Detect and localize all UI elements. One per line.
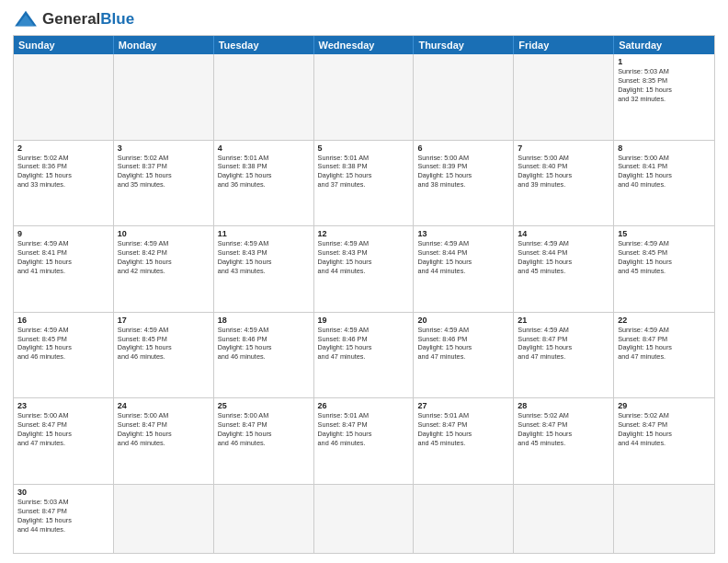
day-number: 11 bbox=[218, 229, 310, 238]
cal-cell-day-29: 29Sunrise: 5:02 AM Sunset: 8:47 PM Dayli… bbox=[614, 398, 714, 484]
day-number: 25 bbox=[218, 401, 310, 410]
day-info: Sunrise: 4:59 AM Sunset: 8:42 PM Dayligh… bbox=[118, 239, 210, 275]
cal-header-sunday: Sunday bbox=[14, 36, 114, 54]
day-number: 21 bbox=[518, 316, 609, 325]
cal-cell-day-6: 6Sunrise: 5:00 AM Sunset: 8:39 PM Daylig… bbox=[414, 141, 514, 226]
cal-cell-day-2: 2Sunrise: 5:02 AM Sunset: 8:36 PM Daylig… bbox=[14, 141, 114, 226]
day-number: 22 bbox=[618, 316, 711, 325]
day-number: 29 bbox=[618, 401, 711, 410]
cal-cell-empty bbox=[114, 54, 214, 140]
cal-cell-day-12: 12Sunrise: 4:59 AM Sunset: 8:43 PM Dayli… bbox=[314, 226, 415, 312]
cal-row-0: 1Sunrise: 5:03 AM Sunset: 8:35 PM Daylig… bbox=[14, 54, 714, 140]
cal-cell-day-28: 28Sunrise: 5:02 AM Sunset: 8:47 PM Dayli… bbox=[514, 398, 614, 484]
day-number: 10 bbox=[118, 229, 210, 238]
cal-cell-empty bbox=[414, 485, 514, 553]
day-info: Sunrise: 4:59 AM Sunset: 8:46 PM Dayligh… bbox=[218, 326, 310, 362]
cal-cell-empty bbox=[414, 54, 514, 140]
day-info: Sunrise: 5:00 AM Sunset: 8:40 PM Dayligh… bbox=[518, 154, 609, 190]
day-number: 30 bbox=[17, 488, 109, 497]
day-number: 26 bbox=[318, 401, 410, 410]
logo: GeneralBlue bbox=[13, 9, 134, 29]
cal-cell-day-27: 27Sunrise: 5:01 AM Sunset: 8:47 PM Dayli… bbox=[414, 398, 514, 484]
day-info: Sunrise: 5:00 AM Sunset: 8:47 PM Dayligh… bbox=[17, 411, 109, 447]
cal-cell-day-24: 24Sunrise: 5:00 AM Sunset: 8:47 PM Dayli… bbox=[114, 398, 214, 484]
day-info: Sunrise: 4:59 AM Sunset: 8:46 PM Dayligh… bbox=[318, 326, 410, 362]
calendar-header: SundayMondayTuesdayWednesdayThursdayFrid… bbox=[14, 36, 714, 54]
cal-cell-empty bbox=[14, 54, 114, 140]
day-info: Sunrise: 5:00 AM Sunset: 8:47 PM Dayligh… bbox=[118, 411, 210, 447]
day-number: 24 bbox=[118, 401, 210, 410]
day-number: 5 bbox=[318, 144, 410, 153]
day-number: 3 bbox=[118, 144, 210, 153]
cal-cell-day-16: 16Sunrise: 4:59 AM Sunset: 8:45 PM Dayli… bbox=[14, 313, 114, 398]
day-info: Sunrise: 5:01 AM Sunset: 8:47 PM Dayligh… bbox=[417, 411, 509, 447]
day-info: Sunrise: 5:03 AM Sunset: 8:47 PM Dayligh… bbox=[17, 498, 109, 534]
cal-cell-day-30: 30Sunrise: 5:03 AM Sunset: 8:47 PM Dayli… bbox=[14, 485, 114, 553]
day-number: 12 bbox=[318, 229, 410, 238]
cal-cell-empty bbox=[214, 485, 314, 553]
day-number: 6 bbox=[417, 144, 509, 153]
day-info: Sunrise: 4:59 AM Sunset: 8:45 PM Dayligh… bbox=[17, 326, 109, 362]
day-info: Sunrise: 4:59 AM Sunset: 8:45 PM Dayligh… bbox=[118, 326, 210, 362]
day-number: 19 bbox=[318, 316, 410, 325]
cal-cell-empty bbox=[614, 485, 714, 553]
cal-header-wednesday: Wednesday bbox=[314, 36, 415, 54]
cal-header-saturday: Saturday bbox=[614, 36, 714, 54]
day-info: Sunrise: 4:59 AM Sunset: 8:46 PM Dayligh… bbox=[417, 326, 509, 362]
cal-cell-empty bbox=[114, 485, 214, 553]
day-info: Sunrise: 4:59 AM Sunset: 8:45 PM Dayligh… bbox=[618, 239, 711, 275]
day-info: Sunrise: 5:02 AM Sunset: 8:47 PM Dayligh… bbox=[618, 411, 711, 447]
cal-cell-day-1: 1Sunrise: 5:03 AM Sunset: 8:35 PM Daylig… bbox=[614, 54, 714, 140]
cal-cell-day-5: 5Sunrise: 5:01 AM Sunset: 8:38 PM Daylig… bbox=[314, 141, 415, 226]
cal-cell-day-19: 19Sunrise: 4:59 AM Sunset: 8:46 PM Dayli… bbox=[314, 313, 415, 398]
calendar: SundayMondayTuesdayWednesdayThursdayFrid… bbox=[13, 35, 715, 554]
day-number: 27 bbox=[417, 401, 509, 410]
cal-cell-day-7: 7Sunrise: 5:00 AM Sunset: 8:40 PM Daylig… bbox=[514, 141, 614, 226]
day-number: 20 bbox=[417, 316, 509, 325]
cal-cell-day-11: 11Sunrise: 4:59 AM Sunset: 8:43 PM Dayli… bbox=[214, 226, 314, 312]
cal-cell-day-20: 20Sunrise: 4:59 AM Sunset: 8:46 PM Dayli… bbox=[414, 313, 514, 398]
day-info: Sunrise: 5:02 AM Sunset: 8:37 PM Dayligh… bbox=[118, 154, 210, 190]
cal-cell-day-25: 25Sunrise: 5:00 AM Sunset: 8:47 PM Dayli… bbox=[214, 398, 314, 484]
cal-cell-day-17: 17Sunrise: 4:59 AM Sunset: 8:45 PM Dayli… bbox=[114, 313, 214, 398]
cal-cell-day-4: 4Sunrise: 5:01 AM Sunset: 8:38 PM Daylig… bbox=[214, 141, 314, 226]
day-info: Sunrise: 4:59 AM Sunset: 8:43 PM Dayligh… bbox=[318, 239, 410, 275]
day-info: Sunrise: 5:01 AM Sunset: 8:38 PM Dayligh… bbox=[218, 154, 310, 190]
day-info: Sunrise: 5:01 AM Sunset: 8:47 PM Dayligh… bbox=[318, 411, 410, 447]
day-info: Sunrise: 4:59 AM Sunset: 8:43 PM Dayligh… bbox=[218, 239, 310, 275]
day-number: 18 bbox=[218, 316, 310, 325]
cal-row-last: 30Sunrise: 5:03 AM Sunset: 8:47 PM Dayli… bbox=[14, 484, 714, 553]
cal-cell-day-23: 23Sunrise: 5:00 AM Sunset: 8:47 PM Dayli… bbox=[14, 398, 114, 484]
cal-cell-day-15: 15Sunrise: 4:59 AM Sunset: 8:45 PM Dayli… bbox=[614, 226, 714, 312]
day-number: 8 bbox=[618, 144, 711, 153]
day-number: 13 bbox=[417, 229, 509, 238]
day-number: 1 bbox=[618, 57, 711, 66]
cal-cell-day-26: 26Sunrise: 5:01 AM Sunset: 8:47 PM Dayli… bbox=[314, 398, 415, 484]
logo-icon bbox=[13, 9, 39, 29]
day-info: Sunrise: 5:02 AM Sunset: 8:36 PM Dayligh… bbox=[17, 154, 109, 190]
cal-header-thursday: Thursday bbox=[414, 36, 514, 54]
cal-header-monday: Monday bbox=[114, 36, 214, 54]
day-info: Sunrise: 4:59 AM Sunset: 8:41 PM Dayligh… bbox=[17, 239, 109, 275]
day-number: 7 bbox=[518, 144, 609, 153]
cal-cell-day-22: 22Sunrise: 4:59 AM Sunset: 8:47 PM Dayli… bbox=[614, 313, 714, 398]
day-number: 23 bbox=[17, 401, 109, 410]
day-info: Sunrise: 4:59 AM Sunset: 8:44 PM Dayligh… bbox=[518, 239, 609, 275]
cal-cell-day-3: 3Sunrise: 5:02 AM Sunset: 8:37 PM Daylig… bbox=[114, 141, 214, 226]
cal-cell-empty bbox=[314, 54, 415, 140]
cal-row-4: 23Sunrise: 5:00 AM Sunset: 8:47 PM Dayli… bbox=[14, 397, 714, 484]
cal-row-1: 2Sunrise: 5:02 AM Sunset: 8:36 PM Daylig… bbox=[14, 140, 714, 226]
day-number: 28 bbox=[518, 401, 609, 410]
cal-header-friday: Friday bbox=[514, 36, 614, 54]
cal-cell-empty bbox=[514, 485, 614, 553]
day-number: 4 bbox=[218, 144, 310, 153]
cal-cell-empty bbox=[214, 54, 314, 140]
day-info: Sunrise: 4:59 AM Sunset: 8:47 PM Dayligh… bbox=[518, 326, 609, 362]
cal-cell-day-10: 10Sunrise: 4:59 AM Sunset: 8:42 PM Dayli… bbox=[114, 226, 214, 312]
day-info: Sunrise: 4:59 AM Sunset: 8:47 PM Dayligh… bbox=[618, 326, 711, 362]
cal-cell-day-8: 8Sunrise: 5:00 AM Sunset: 8:41 PM Daylig… bbox=[614, 141, 714, 226]
day-number: 17 bbox=[118, 316, 210, 325]
cal-cell-day-13: 13Sunrise: 4:59 AM Sunset: 8:44 PM Dayli… bbox=[414, 226, 514, 312]
logo-text: GeneralBlue bbox=[42, 11, 134, 28]
cal-cell-day-9: 9Sunrise: 4:59 AM Sunset: 8:41 PM Daylig… bbox=[14, 226, 114, 312]
